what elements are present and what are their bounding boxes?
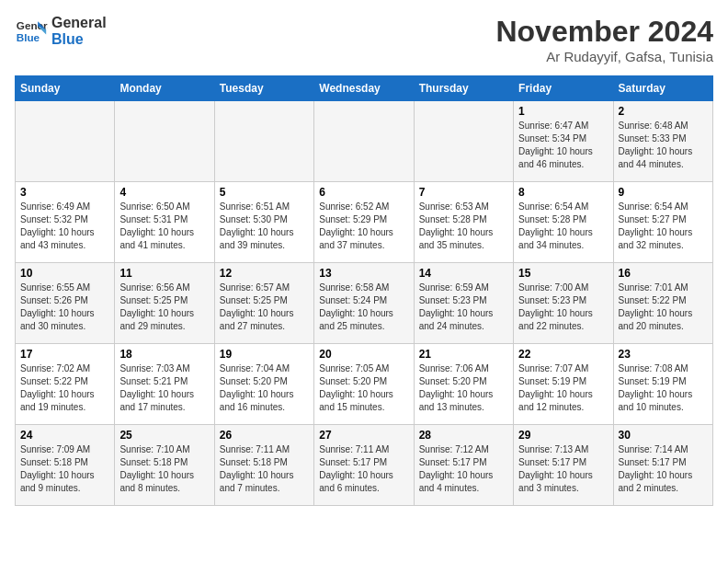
- day-cell: 8Sunrise: 6:54 AM Sunset: 5:28 PM Daylig…: [514, 182, 613, 263]
- day-info: Sunrise: 7:09 AM Sunset: 5:18 PM Dayligh…: [20, 443, 109, 495]
- month-title: November 2024: [495, 15, 713, 49]
- day-cell: 19Sunrise: 7:04 AM Sunset: 5:20 PM Dayli…: [214, 344, 313, 425]
- week-row-4: 17Sunrise: 7:02 AM Sunset: 5:22 PM Dayli…: [16, 344, 713, 425]
- day-cell: 17Sunrise: 7:02 AM Sunset: 5:22 PM Dayli…: [16, 344, 115, 425]
- day-info: Sunrise: 7:01 AM Sunset: 5:22 PM Dayligh…: [619, 282, 708, 333]
- week-row-3: 10Sunrise: 6:55 AM Sunset: 5:26 PM Dayli…: [16, 263, 713, 344]
- day-info: Sunrise: 6:52 AM Sunset: 5:29 PM Dayligh…: [319, 201, 408, 252]
- weekday-header-wednesday: Wednesday: [314, 76, 414, 101]
- day-number: 17: [20, 348, 109, 361]
- day-number: 26: [220, 429, 309, 442]
- weekday-header-row: SundayMondayTuesdayWednesdayThursdayFrid…: [16, 76, 713, 101]
- weekday-header-friday: Friday: [514, 76, 613, 101]
- day-info: Sunrise: 7:11 AM Sunset: 5:17 PM Dayligh…: [319, 443, 408, 495]
- location: Ar Rudayyif, Gafsa, Tunisia: [495, 49, 713, 64]
- day-cell: 3Sunrise: 6:49 AM Sunset: 5:32 PM Daylig…: [16, 182, 115, 263]
- day-cell: 18Sunrise: 7:03 AM Sunset: 5:21 PM Dayli…: [115, 344, 214, 425]
- day-cell: 25Sunrise: 7:10 AM Sunset: 5:18 PM Dayli…: [115, 425, 214, 506]
- day-info: Sunrise: 7:02 AM Sunset: 5:22 PM Dayligh…: [20, 362, 109, 414]
- day-info: Sunrise: 6:48 AM Sunset: 5:33 PM Dayligh…: [619, 120, 708, 171]
- day-number: 27: [319, 429, 408, 442]
- day-cell: 23Sunrise: 7:08 AM Sunset: 5:19 PM Dayli…: [613, 344, 712, 425]
- day-info: Sunrise: 6:50 AM Sunset: 5:31 PM Dayligh…: [119, 201, 209, 252]
- day-cell: 10Sunrise: 6:55 AM Sunset: 5:26 PM Dayli…: [16, 263, 115, 344]
- calendar-table: SundayMondayTuesdayWednesdayThursdayFrid…: [15, 75, 713, 506]
- day-number: 28: [419, 429, 508, 442]
- header: General Blue General Blue November 2024 …: [15, 15, 713, 64]
- day-cell: 27Sunrise: 7:11 AM Sunset: 5:17 PM Dayli…: [314, 425, 414, 506]
- day-cell: 7Sunrise: 6:53 AM Sunset: 5:28 PM Daylig…: [414, 182, 513, 263]
- day-number: 8: [518, 186, 608, 199]
- day-info: Sunrise: 6:54 AM Sunset: 5:28 PM Dayligh…: [518, 201, 608, 252]
- day-number: 16: [619, 267, 708, 280]
- day-number: 9: [619, 186, 708, 199]
- day-cell: 24Sunrise: 7:09 AM Sunset: 5:18 PM Dayli…: [16, 425, 115, 506]
- week-row-5: 24Sunrise: 7:09 AM Sunset: 5:18 PM Dayli…: [16, 425, 713, 506]
- day-info: Sunrise: 7:03 AM Sunset: 5:21 PM Dayligh…: [119, 362, 209, 414]
- day-cell: [314, 101, 414, 182]
- day-info: Sunrise: 7:06 AM Sunset: 5:20 PM Dayligh…: [419, 362, 508, 414]
- day-number: 2: [619, 105, 708, 118]
- logo-icon: General Blue: [15, 15, 48, 48]
- day-info: Sunrise: 6:51 AM Sunset: 5:30 PM Dayligh…: [220, 201, 309, 252]
- day-number: 6: [319, 186, 408, 199]
- day-cell: 14Sunrise: 6:59 AM Sunset: 5:23 PM Dayli…: [414, 263, 513, 344]
- day-info: Sunrise: 7:07 AM Sunset: 5:19 PM Dayligh…: [518, 362, 608, 414]
- logo-blue: Blue: [51, 31, 107, 48]
- day-number: 20: [319, 348, 408, 361]
- day-info: Sunrise: 6:59 AM Sunset: 5:23 PM Dayligh…: [419, 282, 508, 333]
- day-cell: [414, 101, 513, 182]
- day-number: 3: [20, 186, 109, 199]
- logo: General Blue General Blue: [15, 15, 107, 48]
- day-cell: 16Sunrise: 7:01 AM Sunset: 5:22 PM Dayli…: [613, 263, 712, 344]
- day-cell: [16, 101, 115, 182]
- day-number: 11: [119, 267, 209, 280]
- day-cell: 28Sunrise: 7:12 AM Sunset: 5:17 PM Dayli…: [414, 425, 513, 506]
- day-cell: [115, 101, 214, 182]
- day-info: Sunrise: 7:08 AM Sunset: 5:19 PM Dayligh…: [619, 362, 708, 414]
- day-number: 19: [220, 348, 309, 361]
- day-info: Sunrise: 6:56 AM Sunset: 5:25 PM Dayligh…: [119, 282, 209, 333]
- day-info: Sunrise: 6:55 AM Sunset: 5:26 PM Dayligh…: [20, 282, 109, 333]
- day-info: Sunrise: 7:05 AM Sunset: 5:20 PM Dayligh…: [319, 362, 408, 414]
- day-number: 23: [619, 348, 708, 361]
- day-info: Sunrise: 6:53 AM Sunset: 5:28 PM Dayligh…: [419, 201, 508, 252]
- day-number: 30: [619, 429, 708, 442]
- day-info: Sunrise: 6:58 AM Sunset: 5:24 PM Dayligh…: [319, 282, 408, 333]
- weekday-header-tuesday: Tuesday: [214, 76, 313, 101]
- week-row-1: 1Sunrise: 6:47 AM Sunset: 5:34 PM Daylig…: [16, 101, 713, 182]
- day-number: 24: [20, 429, 109, 442]
- day-info: Sunrise: 6:47 AM Sunset: 5:34 PM Dayligh…: [518, 120, 608, 171]
- day-cell: 15Sunrise: 7:00 AM Sunset: 5:23 PM Dayli…: [514, 263, 613, 344]
- svg-text:Blue: Blue: [17, 31, 40, 43]
- day-number: 25: [119, 429, 209, 442]
- day-number: 12: [220, 267, 309, 280]
- day-cell: 5Sunrise: 6:51 AM Sunset: 5:30 PM Daylig…: [214, 182, 313, 263]
- day-info: Sunrise: 7:12 AM Sunset: 5:17 PM Dayligh…: [419, 443, 508, 495]
- day-cell: [214, 101, 313, 182]
- day-info: Sunrise: 7:00 AM Sunset: 5:23 PM Dayligh…: [518, 282, 608, 333]
- day-number: 29: [518, 429, 608, 442]
- day-number: 10: [20, 267, 109, 280]
- day-cell: 20Sunrise: 7:05 AM Sunset: 5:20 PM Dayli…: [314, 344, 414, 425]
- day-info: Sunrise: 7:14 AM Sunset: 5:17 PM Dayligh…: [619, 443, 708, 495]
- day-number: 1: [518, 105, 608, 118]
- day-info: Sunrise: 7:10 AM Sunset: 5:18 PM Dayligh…: [119, 443, 209, 495]
- day-number: 13: [319, 267, 408, 280]
- day-cell: 26Sunrise: 7:11 AM Sunset: 5:18 PM Dayli…: [214, 425, 313, 506]
- weekday-header-sunday: Sunday: [16, 76, 115, 101]
- day-info: Sunrise: 6:57 AM Sunset: 5:25 PM Dayligh…: [220, 282, 309, 333]
- day-info: Sunrise: 7:13 AM Sunset: 5:17 PM Dayligh…: [518, 443, 608, 495]
- day-cell: 22Sunrise: 7:07 AM Sunset: 5:19 PM Dayli…: [514, 344, 613, 425]
- day-cell: 12Sunrise: 6:57 AM Sunset: 5:25 PM Dayli…: [214, 263, 313, 344]
- day-cell: 21Sunrise: 7:06 AM Sunset: 5:20 PM Dayli…: [414, 344, 513, 425]
- title-block: November 2024 Ar Rudayyif, Gafsa, Tunisi…: [495, 15, 713, 64]
- day-number: 14: [419, 267, 508, 280]
- day-info: Sunrise: 7:11 AM Sunset: 5:18 PM Dayligh…: [220, 443, 309, 495]
- day-info: Sunrise: 6:49 AM Sunset: 5:32 PM Dayligh…: [20, 201, 109, 252]
- day-cell: 29Sunrise: 7:13 AM Sunset: 5:17 PM Dayli…: [514, 425, 613, 506]
- day-number: 15: [518, 267, 608, 280]
- day-number: 22: [518, 348, 608, 361]
- weekday-header-thursday: Thursday: [414, 76, 513, 101]
- day-cell: 4Sunrise: 6:50 AM Sunset: 5:31 PM Daylig…: [115, 182, 214, 263]
